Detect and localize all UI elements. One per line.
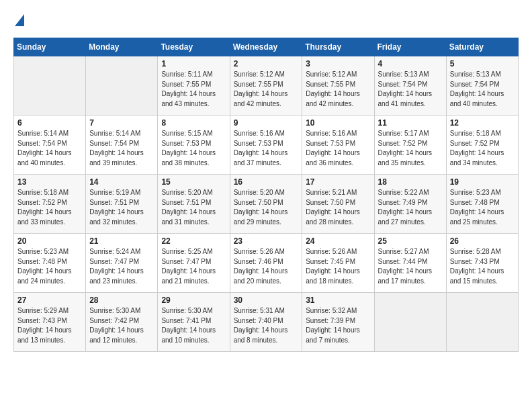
day-info: Sunrise: 5:31 AM Sunset: 7:40 PM Dayligh… xyxy=(234,306,299,345)
week-row-4: 20Sunrise: 5:23 AM Sunset: 7:48 PM Dayli… xyxy=(14,234,519,293)
calendar-cell: 12Sunrise: 5:18 AM Sunset: 7:52 PM Dayli… xyxy=(446,116,518,175)
day-number: 2 xyxy=(234,59,299,68)
calendar-cell: 24Sunrise: 5:26 AM Sunset: 7:45 PM Dayli… xyxy=(302,234,374,293)
day-info: Sunrise: 5:15 AM Sunset: 7:53 PM Dayligh… xyxy=(161,129,226,168)
calendar-cell: 4Sunrise: 5:13 AM Sunset: 7:54 PM Daylig… xyxy=(374,56,446,116)
day-number: 11 xyxy=(378,118,443,128)
day-info: Sunrise: 5:19 AM Sunset: 7:51 PM Dayligh… xyxy=(89,188,154,227)
day-info: Sunrise: 5:23 AM Sunset: 7:48 PM Dayligh… xyxy=(450,188,515,227)
weekday-sunday: Sunday xyxy=(14,38,86,56)
day-info: Sunrise: 5:28 AM Sunset: 7:43 PM Dayligh… xyxy=(450,247,515,286)
calendar-cell: 22Sunrise: 5:25 AM Sunset: 7:47 PM Dayli… xyxy=(158,234,230,293)
header xyxy=(13,13,519,30)
calendar-cell xyxy=(86,56,158,116)
calendar-cell xyxy=(446,293,518,352)
day-number: 21 xyxy=(89,236,154,246)
day-info: Sunrise: 5:30 AM Sunset: 7:41 PM Dayligh… xyxy=(161,306,226,345)
day-info: Sunrise: 5:18 AM Sunset: 7:52 PM Dayligh… xyxy=(450,129,515,168)
day-info: Sunrise: 5:21 AM Sunset: 7:50 PM Dayligh… xyxy=(306,188,370,227)
day-number: 31 xyxy=(306,295,370,305)
day-number: 27 xyxy=(17,295,82,305)
day-number: 19 xyxy=(450,177,515,187)
day-info: Sunrise: 5:11 AM Sunset: 7:55 PM Dayligh… xyxy=(161,70,226,109)
day-info: Sunrise: 5:12 AM Sunset: 7:55 PM Dayligh… xyxy=(306,70,370,109)
logo-text xyxy=(13,13,24,30)
calendar-header: SundayMondayTuesdayWednesdayThursdayFrid… xyxy=(14,38,519,56)
calendar-cell: 3Sunrise: 5:12 AM Sunset: 7:55 PM Daylig… xyxy=(302,56,374,116)
day-info: Sunrise: 5:24 AM Sunset: 7:47 PM Dayligh… xyxy=(89,247,154,286)
calendar-cell: 26Sunrise: 5:28 AM Sunset: 7:43 PM Dayli… xyxy=(446,234,518,293)
calendar-cell: 2Sunrise: 5:12 AM Sunset: 7:55 PM Daylig… xyxy=(230,56,302,116)
day-number: 26 xyxy=(450,236,515,246)
calendar-cell: 25Sunrise: 5:27 AM Sunset: 7:44 PM Dayli… xyxy=(374,234,446,293)
day-info: Sunrise: 5:14 AM Sunset: 7:54 PM Dayligh… xyxy=(17,129,82,168)
weekday-tuesday: Tuesday xyxy=(158,38,230,56)
calendar-cell: 20Sunrise: 5:23 AM Sunset: 7:48 PM Dayli… xyxy=(14,234,86,293)
day-info: Sunrise: 5:17 AM Sunset: 7:52 PM Dayligh… xyxy=(378,129,443,168)
weekday-wednesday: Wednesday xyxy=(230,38,302,56)
calendar-cell: 6Sunrise: 5:14 AM Sunset: 7:54 PM Daylig… xyxy=(14,116,86,175)
day-number: 24 xyxy=(306,236,370,246)
day-number: 4 xyxy=(378,59,443,68)
weekday-saturday: Saturday xyxy=(446,38,518,56)
calendar-cell: 31Sunrise: 5:32 AM Sunset: 7:39 PM Dayli… xyxy=(302,293,374,352)
day-number: 10 xyxy=(306,118,370,128)
weekday-friday: Friday xyxy=(374,38,446,56)
day-number: 13 xyxy=(17,177,82,187)
calendar-body: 1Sunrise: 5:11 AM Sunset: 7:55 PM Daylig… xyxy=(14,56,519,352)
calendar-cell: 1Sunrise: 5:11 AM Sunset: 7:55 PM Daylig… xyxy=(158,56,230,116)
day-number: 16 xyxy=(234,177,299,187)
day-number: 17 xyxy=(306,177,370,187)
calendar-cell: 21Sunrise: 5:24 AM Sunset: 7:47 PM Dayli… xyxy=(86,234,158,293)
day-info: Sunrise: 5:12 AM Sunset: 7:55 PM Dayligh… xyxy=(234,70,299,109)
weekday-header-row: SundayMondayTuesdayWednesdayThursdayFrid… xyxy=(14,38,519,56)
day-number: 25 xyxy=(378,236,443,246)
calendar-cell: 10Sunrise: 5:16 AM Sunset: 7:53 PM Dayli… xyxy=(302,116,374,175)
weekday-monday: Monday xyxy=(86,38,158,56)
day-number: 8 xyxy=(161,118,226,128)
day-info: Sunrise: 5:13 AM Sunset: 7:54 PM Dayligh… xyxy=(378,70,443,109)
day-info: Sunrise: 5:16 AM Sunset: 7:53 PM Dayligh… xyxy=(306,129,370,168)
day-info: Sunrise: 5:13 AM Sunset: 7:54 PM Dayligh… xyxy=(450,70,515,109)
calendar-cell: 5Sunrise: 5:13 AM Sunset: 7:54 PM Daylig… xyxy=(446,56,518,116)
day-number: 7 xyxy=(89,118,154,128)
calendar-cell xyxy=(374,293,446,352)
day-number: 12 xyxy=(450,118,515,128)
logo xyxy=(13,13,24,30)
day-number: 9 xyxy=(234,118,299,128)
weekday-thursday: Thursday xyxy=(302,38,374,56)
calendar-cell: 18Sunrise: 5:22 AM Sunset: 7:49 PM Dayli… xyxy=(374,175,446,234)
calendar-cell: 23Sunrise: 5:26 AM Sunset: 7:46 PM Dayli… xyxy=(230,234,302,293)
day-info: Sunrise: 5:23 AM Sunset: 7:48 PM Dayligh… xyxy=(17,247,82,286)
calendar-cell: 30Sunrise: 5:31 AM Sunset: 7:40 PM Dayli… xyxy=(230,293,302,352)
calendar-cell: 7Sunrise: 5:14 AM Sunset: 7:54 PM Daylig… xyxy=(86,116,158,175)
calendar-cell: 17Sunrise: 5:21 AM Sunset: 7:50 PM Dayli… xyxy=(302,175,374,234)
day-info: Sunrise: 5:29 AM Sunset: 7:43 PM Dayligh… xyxy=(17,306,82,345)
day-info: Sunrise: 5:27 AM Sunset: 7:44 PM Dayligh… xyxy=(378,247,443,286)
day-number: 1 xyxy=(161,59,226,68)
day-info: Sunrise: 5:22 AM Sunset: 7:49 PM Dayligh… xyxy=(378,188,443,227)
calendar: SundayMondayTuesdayWednesdayThursdayFrid… xyxy=(13,38,519,352)
calendar-cell: 28Sunrise: 5:30 AM Sunset: 7:42 PM Dayli… xyxy=(86,293,158,352)
week-row-1: 1Sunrise: 5:11 AM Sunset: 7:55 PM Daylig… xyxy=(14,56,519,116)
day-info: Sunrise: 5:20 AM Sunset: 7:51 PM Dayligh… xyxy=(161,188,226,227)
calendar-cell xyxy=(14,56,86,116)
day-number: 23 xyxy=(234,236,299,246)
day-info: Sunrise: 5:30 AM Sunset: 7:42 PM Dayligh… xyxy=(89,306,154,345)
page: SundayMondayTuesdayWednesdayThursdayFrid… xyxy=(0,0,532,359)
day-info: Sunrise: 5:14 AM Sunset: 7:54 PM Dayligh… xyxy=(89,129,154,168)
day-number: 3 xyxy=(306,59,370,68)
week-row-2: 6Sunrise: 5:14 AM Sunset: 7:54 PM Daylig… xyxy=(14,116,519,175)
day-info: Sunrise: 5:32 AM Sunset: 7:39 PM Dayligh… xyxy=(306,306,370,345)
day-number: 5 xyxy=(450,59,515,68)
calendar-cell: 16Sunrise: 5:20 AM Sunset: 7:50 PM Dayli… xyxy=(230,175,302,234)
calendar-cell: 15Sunrise: 5:20 AM Sunset: 7:51 PM Dayli… xyxy=(158,175,230,234)
day-number: 28 xyxy=(89,295,154,305)
week-row-5: 27Sunrise: 5:29 AM Sunset: 7:43 PM Dayli… xyxy=(14,293,519,352)
calendar-cell: 13Sunrise: 5:18 AM Sunset: 7:52 PM Dayli… xyxy=(14,175,86,234)
calendar-cell: 29Sunrise: 5:30 AM Sunset: 7:41 PM Dayli… xyxy=(158,293,230,352)
day-info: Sunrise: 5:26 AM Sunset: 7:45 PM Dayligh… xyxy=(306,247,370,286)
calendar-cell: 27Sunrise: 5:29 AM Sunset: 7:43 PM Dayli… xyxy=(14,293,86,352)
calendar-cell: 8Sunrise: 5:15 AM Sunset: 7:53 PM Daylig… xyxy=(158,116,230,175)
day-number: 15 xyxy=(161,177,226,187)
